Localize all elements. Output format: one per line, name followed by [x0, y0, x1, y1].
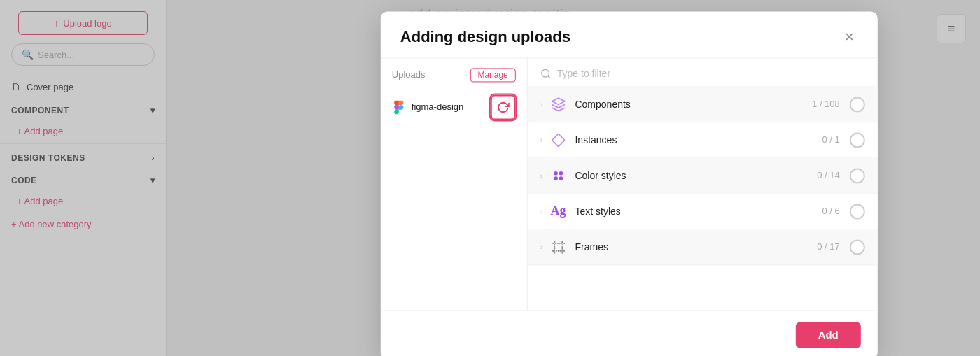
component-icon — [550, 97, 566, 112]
filter-name-components: Components — [575, 99, 812, 110]
svg-point-3 — [554, 171, 558, 176]
filter-count-text-styles: 0 / 6 — [822, 206, 840, 216]
chevron-icon-4: › — [540, 207, 543, 215]
modal-backdrop: Adding design uploads × Uploads Manage — [0, 0, 980, 356]
color-style-icon — [550, 168, 566, 183]
radio-components[interactable] — [850, 97, 865, 112]
filter-count-instances: 0 / 1 — [822, 134, 840, 145]
filter-name-instances: Instances — [575, 134, 822, 145]
svg-rect-2 — [552, 134, 564, 146]
modal-footer: Add — [381, 310, 878, 356]
frame-icon — [550, 239, 566, 255]
filter-placeholder: Type to filter — [557, 68, 610, 79]
text-style-icon: Ag — [550, 204, 566, 218]
filter-name-text-styles: Text styles — [575, 206, 822, 217]
filter-item-frames[interactable]: › — [528, 229, 878, 265]
figma-icon — [392, 100, 406, 114]
modal-header: Adding design uploads × — [381, 11, 878, 57]
upload-item-name: figma-design — [412, 101, 485, 112]
svg-point-6 — [559, 176, 563, 180]
radio-instances[interactable] — [850, 132, 865, 148]
filter-item-instances[interactable]: › Instances 0 / 1 — [528, 122, 878, 158]
filter-panel: Type to filter › Components — [528, 58, 878, 310]
radio-frames[interactable] — [850, 239, 865, 255]
filter-count-components: 1 / 108 — [812, 99, 840, 109]
svg-rect-7 — [554, 243, 562, 250]
uploads-header: Uploads Manage — [381, 58, 527, 89]
chevron-icon-2: › — [540, 136, 543, 144]
svg-point-4 — [559, 171, 563, 176]
search-icon — [540, 68, 552, 79]
svg-point-5 — [554, 176, 558, 180]
filter-search-bar[interactable]: Type to filter — [528, 58, 878, 87]
uploads-panel: Uploads Manage figma-design — [381, 58, 528, 310]
modal: Adding design uploads × Uploads Manage — [381, 11, 878, 356]
svg-point-0 — [542, 69, 550, 77]
filter-count-color-styles: 0 / 14 — [817, 170, 840, 180]
modal-close-button[interactable]: × — [841, 28, 858, 46]
filter-name-frames: Frames — [575, 241, 817, 252]
add-button[interactable]: Add — [796, 322, 861, 348]
filter-count-frames: 0 / 17 — [817, 241, 840, 252]
modal-body: Uploads Manage figma-design — [381, 57, 878, 310]
filter-item-color-styles[interactable]: › Color styles 0 / 14 — [528, 158, 878, 194]
chevron-icon-5: › — [540, 243, 543, 251]
modal-title: Adding design uploads — [400, 28, 570, 46]
refresh-icon — [497, 101, 510, 113]
filter-item-components[interactable]: › Components 1 / 108 — [528, 87, 878, 122]
refresh-button[interactable] — [491, 94, 516, 120]
uploads-label: Uploads — [392, 69, 426, 80]
chevron-icon-3: › — [540, 171, 543, 180]
filter-name-color-styles: Color styles — [575, 170, 817, 181]
radio-color-styles[interactable] — [850, 168, 865, 183]
upload-item[interactable]: figma-design — [381, 89, 527, 125]
radio-text-styles[interactable] — [850, 204, 865, 219]
filter-item-text-styles[interactable]: › Ag Text styles 0 / 6 — [528, 194, 878, 229]
instance-icon — [550, 132, 566, 148]
svg-line-1 — [548, 76, 550, 78]
chevron-icon: › — [540, 100, 543, 108]
manage-button[interactable]: Manage — [470, 68, 515, 82]
filter-list: › Components 1 / 108 — [528, 87, 878, 310]
